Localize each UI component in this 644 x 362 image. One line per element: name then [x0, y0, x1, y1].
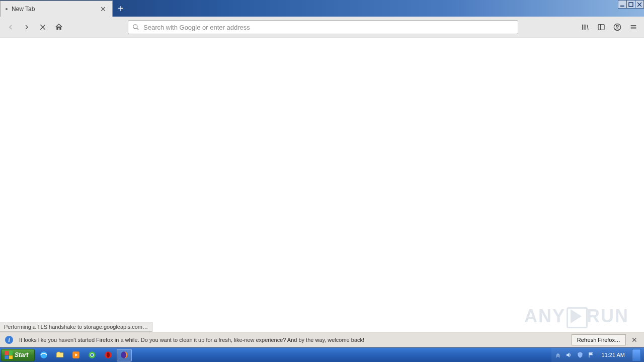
taskbar-opera[interactable]: [101, 349, 116, 361]
clock[interactable]: 11:21 AM: [598, 352, 629, 358]
tab-strip: New Tab ✕ +: [0, 0, 129, 17]
status-tooltip: Performing a TLS handshake to storage.go…: [0, 322, 152, 332]
search-icon: [132, 24, 139, 31]
library-button[interactable]: [578, 20, 593, 35]
taskbar-media[interactable]: [68, 349, 84, 361]
info-icon: i: [5, 336, 13, 344]
system-tray: 11:21 AM: [551, 348, 644, 362]
maximize-button[interactable]: [626, 0, 635, 9]
windows-logo-icon: [5, 351, 13, 359]
taskbar-chrome[interactable]: [85, 349, 100, 361]
close-window-button[interactable]: [635, 0, 644, 9]
address-bar[interactable]: [128, 20, 518, 34]
tray-volume-icon[interactable]: [565, 350, 574, 359]
svg-point-15: [616, 25, 618, 27]
taskbar: Start 11:21 AM: [0, 347, 644, 362]
tray-shield-icon[interactable]: [576, 350, 585, 359]
forward-button[interactable]: [19, 20, 34, 35]
account-button[interactable]: [610, 20, 625, 35]
svg-rect-1: [629, 3, 633, 7]
notification-message: It looks like you haven't started Firefo…: [19, 337, 364, 343]
page-content: [0, 38, 644, 347]
svg-line-11: [587, 25, 588, 30]
svg-rect-12: [598, 25, 604, 30]
loading-dot-icon: [6, 8, 8, 10]
taskbar-ie[interactable]: [36, 349, 51, 361]
window-controls: [618, 0, 644, 9]
url-input[interactable]: [143, 24, 514, 31]
svg-point-26: [107, 352, 110, 358]
taskbar-explorer[interactable]: [52, 349, 67, 361]
stop-button[interactable]: [35, 20, 50, 35]
home-button[interactable]: [51, 20, 66, 35]
start-label: Start: [15, 351, 28, 358]
new-tab-button[interactable]: +: [113, 1, 129, 17]
status-text: Performing a TLS handshake to storage.go…: [4, 324, 148, 330]
svg-line-7: [137, 28, 139, 30]
tab-close-button[interactable]: ✕: [99, 5, 107, 13]
sidebar-button[interactable]: [594, 20, 609, 35]
notification-close-button[interactable]: ✕: [630, 335, 639, 344]
tab-title: New Tab: [12, 6, 35, 13]
minimize-button[interactable]: [618, 0, 627, 9]
window-titlebar: New Tab ✕ +: [0, 0, 644, 17]
browser-toolbar: [0, 17, 644, 38]
notification-bar: i It looks like you haven't started Fire…: [0, 332, 644, 347]
show-desktop-button[interactable]: [632, 349, 641, 361]
browser-tab[interactable]: New Tab ✕: [0, 1, 113, 17]
tray-flag-icon[interactable]: [587, 350, 596, 359]
menu-button[interactable]: [626, 20, 641, 35]
refresh-firefox-button[interactable]: Refresh Firefox…: [572, 334, 626, 345]
svg-point-19: [41, 351, 48, 358]
back-button[interactable]: [3, 20, 18, 35]
svg-point-6: [133, 25, 137, 29]
tray-expand-icon[interactable]: [553, 350, 562, 359]
start-button[interactable]: Start: [1, 349, 35, 361]
taskbar-firefox[interactable]: [117, 349, 132, 361]
